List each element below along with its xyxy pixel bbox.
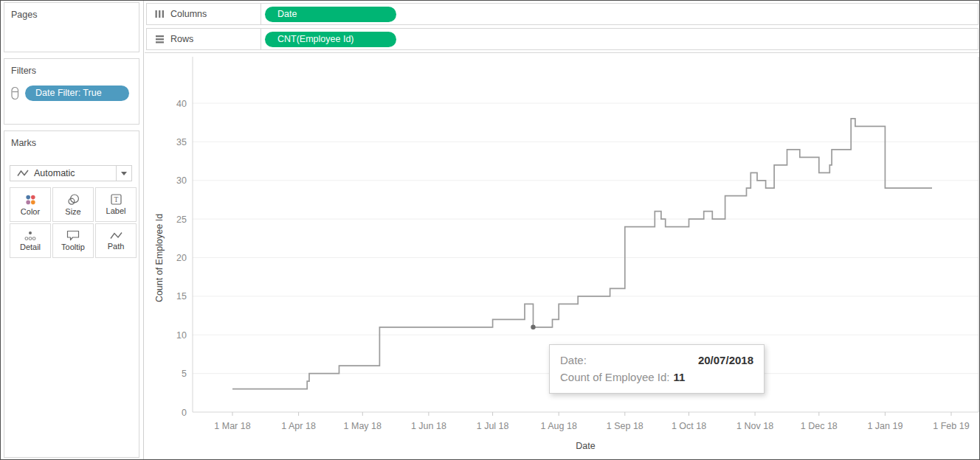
mark-type-dropdown[interactable]: Automatic: [10, 165, 132, 181]
filter-row: Date Filter: True: [11, 86, 129, 101]
line-mark-icon: [17, 169, 29, 178]
selected-mark-dot[interactable]: [531, 325, 535, 330]
pages-title: Pages: [4, 3, 139, 20]
rows-shelf-label-cell: Rows: [147, 29, 261, 49]
x-tick-label: 1 Jan 19: [867, 421, 903, 431]
filters-panel: Filters Date Filter: True: [4, 58, 139, 125]
columns-pill-date[interactable]: Date: [265, 7, 396, 22]
tooltip-date-value: 20/07/2018: [698, 352, 753, 369]
tooltip-count-label: Count of Employee Id:: [560, 369, 669, 386]
path-button-label: Path: [108, 242, 125, 251]
tooltip-count-row: Count of Employee Id: 11: [560, 369, 753, 386]
y-tick-label: 30: [176, 175, 187, 186]
tooltip-icon: [66, 230, 80, 241]
chevron-down-icon: [116, 166, 131, 181]
x-axis-title: Date: [576, 441, 595, 451]
y-tick-label: 35: [176, 137, 187, 147]
size-button-label: Size: [65, 207, 80, 216]
pill-field-icon: [11, 86, 19, 100]
rows-shelf-label: Rows: [170, 34, 193, 44]
x-tick-label: 1 Mar 18: [214, 421, 250, 431]
detail-button-label: Detail: [20, 243, 41, 251]
y-tick-label: 40: [176, 99, 187, 109]
x-tick-label: 1 May 18: [344, 421, 382, 431]
tooltip-button[interactable]: Tooltip: [52, 223, 94, 258]
y-tick-label: 15: [176, 291, 187, 302]
y-tick-label: 25: [176, 215, 187, 225]
x-tick-label: 1 Oct 18: [672, 421, 706, 431]
color-icon: [24, 194, 37, 206]
color-button-label: Color: [21, 207, 40, 216]
pages-panel: Pages: [4, 2, 139, 52]
size-button[interactable]: Size: [52, 187, 94, 222]
x-tick-label: 1 Dec 18: [801, 421, 838, 431]
columns-shelf: Columns Date: [146, 3, 979, 25]
x-tick-label: 1 Jul 18: [477, 421, 509, 431]
detail-icon: [24, 231, 36, 241]
svg-text:T: T: [114, 196, 118, 203]
label-button[interactable]: T Label: [95, 187, 137, 222]
columns-icon: [155, 10, 165, 18]
label-button-label: Label: [106, 206, 126, 215]
y-tick-label: 0: [182, 408, 187, 418]
y-tick-label: 5: [182, 369, 187, 379]
sidebar-divider: [143, 1, 144, 459]
chart-pane[interactable]: 05101520253035401 Mar 181 Apr 181 May 18…: [145, 53, 980, 460]
path-icon: [110, 231, 122, 240]
marks-button-grid: Color Size T Label Detail: [10, 187, 137, 258]
detail-button[interactable]: Detail: [10, 223, 51, 258]
x-tick-label: 1 Jun 18: [411, 421, 446, 431]
rows-pill-cnt-employee-id[interactable]: CNT(Employee Id): [265, 32, 396, 47]
rows-shelf: Rows CNT(Employee Id): [146, 28, 979, 50]
x-tick-label: 1 Sep 18: [607, 421, 643, 431]
y-tick-label: 20: [176, 253, 187, 263]
path-button[interactable]: Path: [95, 223, 137, 258]
x-tick-label: 1 Aug 18: [541, 421, 577, 431]
marks-title: Marks: [4, 131, 139, 148]
rows-icon: [155, 35, 165, 43]
mark-type-label: Automatic: [34, 168, 75, 178]
x-tick-label: 1 Feb 19: [933, 421, 969, 431]
tableau-window: Pages Filters Date Filter: True Marks Au…: [0, 0, 980, 460]
marks-panel: Marks Automatic Color Size: [4, 130, 139, 458]
label-icon: T: [111, 194, 122, 205]
tooltip-date-row: Date: 20/07/2018: [560, 352, 753, 369]
filters-title: Filters: [4, 59, 139, 76]
chart-tooltip: Date: 20/07/2018 Count of Employee Id: 1…: [549, 344, 765, 394]
columns-shelf-label-cell: Columns: [147, 4, 261, 24]
tooltip-button-label: Tooltip: [61, 243, 85, 251]
y-axis-title: Count of Employee Id: [154, 214, 165, 302]
columns-shelf-label: Columns: [170, 9, 207, 19]
filter-pill-date-filter[interactable]: Date Filter: True: [25, 86, 129, 101]
y-tick-label: 10: [176, 330, 187, 341]
x-tick-label: 1 Apr 18: [281, 421, 316, 431]
size-icon: [67, 194, 80, 206]
tooltip-date-label: Date:: [560, 352, 587, 369]
tooltip-count-value: 11: [673, 369, 685, 386]
color-button[interactable]: Color: [10, 187, 51, 222]
x-tick-label: 1 Nov 18: [736, 421, 773, 431]
